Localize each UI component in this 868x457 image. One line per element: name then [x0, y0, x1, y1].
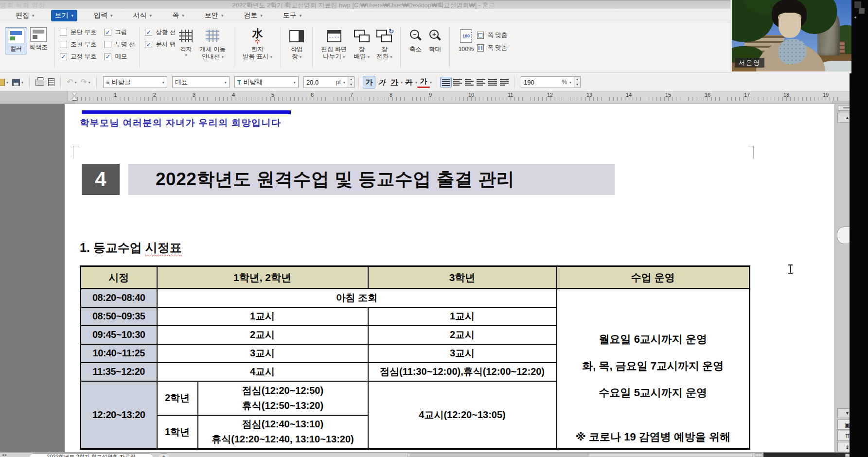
split-screen-tool[interactable]: 편집 화면 나누기 ▾ — [321, 26, 347, 60]
horizontal-scrollbar-thumb[interactable] — [409, 454, 589, 457]
clipped-tool-button[interactable]: ▾ — [0, 79, 8, 86]
table-cell-grade-label[interactable]: 1학년 — [157, 415, 198, 449]
bold-button[interactable]: 가 — [363, 76, 375, 88]
zoom-level-stepper[interactable]: ▲▼ — [574, 76, 581, 88]
align-center-button[interactable] — [463, 77, 475, 88]
table-cell-morning-meeting[interactable]: 아침 조회 — [157, 289, 557, 307]
table-cell-operation[interactable]: 월요일 6교시까지 운영 화, 목, 금요일 7교시까지 운영 수요일 5교시까… — [557, 289, 750, 449]
table-cell-period[interactable]: 1교시 — [368, 307, 557, 326]
menu-tools[interactable]: 도구▾ — [279, 10, 306, 21]
menu-input[interactable]: 입력▾ — [90, 10, 117, 21]
checkbox-status-line[interactable]: ✓상황 선 — [145, 28, 176, 36]
table-cell-time[interactable]: 10:40~11:25 — [81, 344, 157, 363]
new-tab-button[interactable]: + — [157, 453, 171, 457]
save-button[interactable]: ▾ — [12, 79, 23, 86]
checkbox-pictures[interactable]: ✓그림 — [104, 28, 135, 36]
app-window: 설명회 녹화 영상 2022학년도 2학기 학교설명회 자료집.hwp [C:₩… — [0, 0, 868, 457]
font-select[interactable]: T 바탕체 ▾ — [234, 76, 299, 88]
margin-corner-mark — [73, 146, 79, 158]
object-guide-tool[interactable]: 개체 이동 안내선 ▾ — [199, 26, 225, 60]
menu-review[interactable]: 검토▾ — [240, 10, 266, 21]
underline-button[interactable]: 가 — [388, 76, 401, 88]
table-cell-period[interactable]: 3교시 — [368, 344, 557, 363]
table-cell-lunch-break[interactable]: 점심(11:30~12:00),휴식(12:00~12:20) — [368, 363, 557, 381]
menu-edit[interactable]: 편집▾ — [12, 10, 38, 21]
header-cell-grade12[interactable]: 1학년, 2학년 — [157, 266, 368, 289]
font-color-button[interactable]: 가 — [417, 76, 430, 88]
checkbox-memo[interactable]: ✓메모 — [104, 53, 135, 61]
italic-button[interactable]: 가 — [375, 76, 388, 88]
table-cell-period[interactable]: 4교시 — [157, 363, 368, 381]
chevron-down-icon: ▾ — [110, 13, 113, 18]
redo-button[interactable]: ↷▾ — [80, 78, 90, 86]
header-cell-operation[interactable]: 수업 운영 — [557, 266, 750, 289]
align-justify-button[interactable] — [440, 77, 452, 88]
tab-nav-arrows[interactable]: ◂▸ — [2, 453, 8, 457]
align-distribute-button[interactable] — [487, 77, 498, 88]
style-lines-icon: ≡ — [106, 79, 109, 86]
zoom-in-tool[interactable]: + 확대 — [428, 26, 441, 53]
checkbox-transparent-lines[interactable]: 투명 선 — [104, 40, 135, 49]
style-select[interactable]: ≡ 바탕글 ▾ — [103, 76, 167, 88]
toolbar-separator — [514, 76, 514, 88]
webcam-person-glasses — [778, 14, 802, 22]
checkbox-document-tabs[interactable]: ✓문서 탭 — [145, 40, 176, 49]
checkbox-paragraph-marks[interactable]: 문단 부호 — [60, 28, 96, 36]
subsection-heading[interactable]: 1. 등교수업 시정표 — [80, 240, 182, 256]
zoom-100-tool[interactable]: 100 100% — [458, 26, 474, 53]
hanja-pronunciation-tool[interactable]: 水수 한자 발음 표시 ▾ — [243, 26, 272, 60]
table-cell-period[interactable]: 2교시 — [157, 326, 368, 344]
header-cell-time[interactable]: 시정 — [81, 266, 157, 289]
grid-tool[interactable]: 격자 ▾ — [179, 26, 193, 58]
window-switch-tool[interactable]: ↻ 창 전환 ▾ — [376, 26, 392, 60]
window-arrange-tool[interactable]: 창 배열 ▾ — [354, 26, 370, 60]
table-cell-time[interactable]: 08:20~08:40 — [81, 289, 157, 307]
preview-button[interactable] — [48, 78, 54, 86]
section-title-banner[interactable]: 2022학년도 원격수업 및 등교수업 출결 관리 — [128, 164, 615, 195]
page-header-text[interactable]: 학부모님 여러분의 자녀가 우리의 희망입니다 — [80, 117, 282, 129]
menu-view[interactable]: 보기▾ — [51, 10, 78, 21]
section-number-box[interactable]: 4 — [82, 164, 120, 195]
table-cell-period[interactable]: 3교시 — [157, 344, 368, 363]
color-view-button[interactable]: 컬러 — [5, 27, 27, 54]
table-cell-time[interactable]: 11:35~12:20 — [81, 363, 157, 381]
table-cell-lunch-detail[interactable]: 점심(12:20~12:50) 휴식(12:50~13:20) — [198, 381, 368, 415]
align-divide-button[interactable] — [498, 77, 510, 88]
ribbon-separator — [312, 27, 313, 68]
document-page[interactable]: 학부모님 여러분의 자녀가 우리의 희망입니다 4 2022학년도 원격수업 및… — [65, 104, 834, 452]
zoom-level-input[interactable]: 190 % ▾ — [521, 76, 574, 88]
font-size-stepper[interactable]: ▲▼ — [348, 76, 354, 88]
grayscale-view-button[interactable]: 회색조 — [27, 27, 50, 52]
preset-select[interactable]: 대표 ▾ — [172, 76, 230, 88]
table-cell-time[interactable]: 12:20~13:20 — [81, 381, 157, 449]
horizontal-scroll-button[interactable] — [755, 453, 762, 457]
checkbox-revision-marks[interactable]: ✓교정 부호 — [60, 53, 96, 61]
horizontal-ruler[interactable]: 1 2 3 4 5 6 7 8 9 10 11 12 13 14 15 16 1… — [0, 91, 860, 104]
checkbox-icon: ✓ — [104, 29, 111, 36]
font-size-input[interactable]: 20.0 pt ▾ — [303, 76, 348, 88]
menu-security[interactable]: 보안▾ — [201, 10, 228, 21]
header-cell-grade3[interactable]: 3학년 — [368, 266, 557, 289]
table-cell-time[interactable]: 08:50~09:35 — [81, 307, 157, 326]
table-cell-period[interactable]: 4교시(12:20~13:05) — [368, 381, 557, 449]
menu-page[interactable]: 쪽▾ — [168, 10, 188, 21]
table-cell-time[interactable]: 09:45~10:30 — [81, 326, 157, 344]
menu-format[interactable]: 서식▾ — [129, 10, 156, 21]
zoom-out-tool[interactable]: − 축소 — [409, 26, 422, 53]
chevron-down-icon[interactable]: ▾ — [430, 80, 432, 85]
table-cell-period[interactable]: 2교시 — [368, 326, 557, 344]
fit-width-button[interactable]: 폭 맞춤 — [477, 43, 507, 53]
align-right-button[interactable] — [475, 77, 487, 88]
fit-page-button[interactable]: 쪽 맞춤 — [477, 30, 507, 40]
table-cell-period[interactable]: 1교시 — [157, 307, 368, 326]
print-button[interactable] — [35, 79, 44, 86]
checkbox-control-marks[interactable]: 조판 부호 — [60, 40, 96, 49]
undo-button[interactable]: ↶▾ — [67, 78, 76, 86]
chevron-down-icon: ▾ — [569, 80, 571, 85]
strikethrough-button[interactable]: 가 — [403, 76, 415, 88]
document-tab[interactable]: 2022학년도 2학기 학교설명회 자료집 — [27, 453, 156, 457]
align-left-button[interactable] — [452, 77, 463, 88]
table-cell-grade-label[interactable]: 2학년 — [157, 381, 198, 415]
task-pane-tool[interactable]: 작업 창 ▾ — [289, 26, 304, 60]
table-cell-lunch-detail[interactable]: 점심(12:40~13:10) 휴식(12:20~12:40, 13:10~13… — [198, 415, 368, 449]
